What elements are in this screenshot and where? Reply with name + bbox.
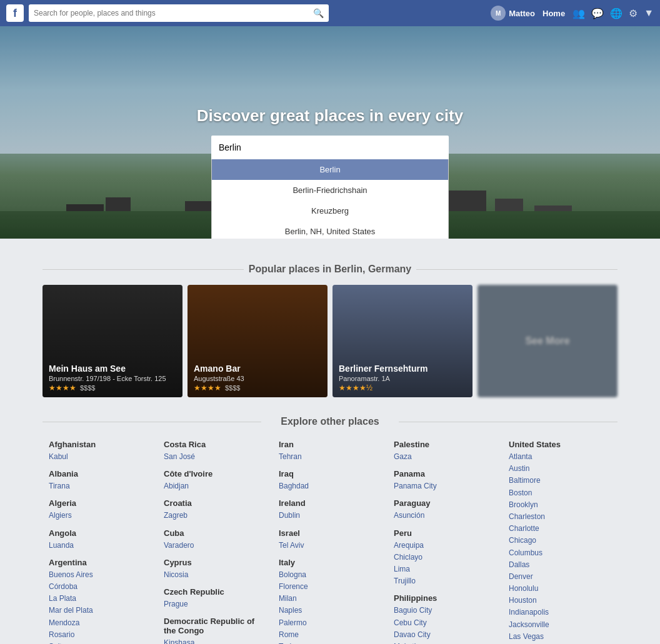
city-milan[interactable]: Milan [279, 593, 381, 605]
city-baghdad[interactable]: Baghdad [279, 480, 381, 492]
city-luanda[interactable]: Luanda [49, 540, 151, 552]
city-asuncion[interactable]: Asunción [394, 510, 496, 522]
explore-title: Explore other places [42, 416, 618, 427]
city-chicago[interactable]: Chicago [509, 535, 611, 547]
city-prague[interactable]: Prague [164, 598, 266, 610]
dropdown-item-kreuzberg[interactable]: Kreuzberg [212, 201, 448, 221]
city-search-input[interactable] [211, 136, 449, 159]
country-czech-republic: Czech Republic [164, 587, 266, 597]
avatar: M [491, 6, 506, 21]
city-mar-del-plata[interactable]: Mar del Plata [49, 605, 151, 617]
city-varadero[interactable]: Varadero [164, 540, 266, 552]
dropdown-item-berlin-nh[interactable]: Berlin, NH, United States [212, 221, 448, 239]
city-baltimore[interactable]: Baltimore [509, 475, 611, 487]
settings-icon[interactable]: ⚙ [629, 7, 638, 19]
navbar-user[interactable]: M Matteo [491, 6, 535, 21]
city-denver[interactable]: Denver [509, 571, 611, 583]
explore-grid: Afghanistan Kabul Albania Tirana Algeria… [42, 440, 618, 644]
city-lima[interactable]: Lima [394, 563, 496, 575]
city-honolulu[interactable]: Honolulu [509, 583, 611, 595]
city-makati[interactable]: Makati [394, 641, 496, 644]
city-arequipa[interactable]: Arequipa [394, 540, 496, 552]
city-tehran[interactable]: Tehran [279, 451, 381, 463]
places-grid: Mein Haus am See Brunnenstr. 197/198 - E… [42, 285, 618, 397]
country-cyprus: Cyprus [164, 558, 266, 567]
city-las-vegas[interactable]: Las Vegas [509, 631, 611, 643]
city-turin[interactable]: Turin [279, 641, 381, 644]
city-chiclayo[interactable]: Chiclayo [394, 552, 496, 563]
country-peru: Peru [394, 528, 496, 538]
home-link[interactable]: Home [542, 9, 565, 18]
city-dallas[interactable]: Dallas [509, 559, 611, 571]
facebook-logo: f [6, 4, 24, 22]
card-info-1: Mein Haus am See Brunnenstr. 197/198 - E… [42, 359, 182, 397]
city-bologna[interactable]: Bologna [279, 569, 381, 581]
messages-icon[interactable]: 💬 [591, 7, 604, 19]
explore-col-1: Afghanistan Kabul Albania Tirana Algeria… [42, 440, 158, 644]
explore-col-3: Iran Tehran Iraq Baghdad Ireland Dublin … [272, 440, 388, 644]
explore-col-2: Costa Rica San José Côte d'Ivoire Abidja… [158, 440, 272, 644]
price-2: $$$$ [225, 384, 240, 392]
city-davao-city[interactable]: Davao City [394, 629, 496, 641]
city-trujillo[interactable]: Trujillo [394, 575, 496, 587]
city-rosario[interactable]: Rosario [49, 629, 151, 641]
city-charlotte[interactable]: Charlotte [509, 523, 611, 535]
city-gaza[interactable]: Gaza [394, 451, 496, 463]
city-columbus[interactable]: Columbus [509, 547, 611, 559]
stars-3: ★★★★½ [339, 384, 372, 392]
country-cote-divoire: Côte d'Ivoire [164, 469, 266, 478]
city-boston[interactable]: Boston [509, 487, 611, 499]
city-mendoza[interactable]: Mendoza [49, 617, 151, 629]
city-cebu-city[interactable]: Cebu City [394, 617, 496, 629]
country-panama: Panama [394, 469, 496, 478]
city-charleston[interactable]: Charleston [509, 511, 611, 523]
city-rome[interactable]: Rome [279, 629, 381, 641]
city-dropdown: Berlin Berlin-Friedrichshain Kreuzberg B… [211, 159, 449, 239]
city-florence[interactable]: Florence [279, 581, 381, 593]
city-zagreb[interactable]: Zagreb [164, 510, 266, 522]
card-meta-2: ★★★★ $$$$ [194, 384, 321, 392]
navbar-icons: 👥 💬 🌐 ⚙ ▼ [572, 7, 654, 19]
city-palermo[interactable]: Palermo [279, 617, 381, 629]
search-input[interactable] [34, 9, 313, 17]
city-san-jose[interactable]: San José [164, 451, 266, 463]
city-cordoba[interactable]: Córdoba [49, 581, 151, 593]
price-1: $$$$ [80, 384, 95, 392]
city-indianapolis[interactable]: Indianapolis [509, 607, 611, 618]
city-jacksonville[interactable]: Jacksonville [509, 619, 611, 631]
country-united-states: United States [509, 440, 611, 449]
city-panama-city[interactable]: Panama City [394, 480, 496, 492]
city-naples[interactable]: Naples [279, 605, 381, 617]
search-bar[interactable]: 🔍 [29, 4, 329, 22]
place-card-see-more[interactable]: See More [478, 285, 618, 397]
chevron-down-icon[interactable]: ▼ [644, 7, 654, 19]
city-dublin[interactable]: Dublin [279, 510, 381, 522]
hero-section: Discover great places in every city Berl… [0, 26, 660, 239]
city-la-plata[interactable]: La Plata [49, 593, 151, 605]
city-austin[interactable]: Austin [509, 463, 611, 475]
city-tirana[interactable]: Tirana [49, 480, 151, 492]
place-card-1[interactable]: Mein Haus am See Brunnenstr. 197/198 - E… [42, 285, 182, 397]
dropdown-item-berlin[interactable]: Berlin [212, 159, 448, 180]
city-brooklyn[interactable]: Brooklyn [509, 499, 611, 511]
place-card-3[interactable]: Berliner Fernsehturm Panoramastr. 1A ★★★… [332, 285, 472, 397]
city-baguio-city[interactable]: Baguio City [394, 605, 496, 617]
city-kabul[interactable]: Kabul [49, 451, 151, 463]
city-nicosia[interactable]: Nicosia [164, 569, 266, 581]
city-tel-aviv[interactable]: Tel Aviv [279, 540, 381, 552]
city-houston[interactable]: Houston [509, 595, 611, 607]
dropdown-item-berlin-friedrichshain[interactable]: Berlin-Friedrichshain [212, 180, 448, 201]
city-kinshasa[interactable]: Kinshasa [164, 637, 266, 644]
city-abidjan[interactable]: Abidjan [164, 480, 266, 492]
city-algiers[interactable]: Algiers [49, 510, 151, 522]
navbar-right: M Matteo Home 👥 💬 🌐 ⚙ ▼ [491, 6, 654, 21]
city-atlanta[interactable]: Atlanta [509, 451, 611, 463]
place-card-2[interactable]: Amano Bar Auguststraße 43 ★★★★ $$$$ [188, 285, 328, 397]
globe-icon[interactable]: 🌐 [610, 7, 622, 19]
country-philippines: Philippines [394, 593, 496, 603]
city-buenos-aires[interactable]: Buenos Aires [49, 569, 151, 581]
country-afghanistan: Afghanistan [49, 440, 151, 449]
friends-icon[interactable]: 👥 [572, 7, 585, 19]
country-algeria: Algeria [49, 498, 151, 508]
city-salta[interactable]: Salta [49, 641, 151, 644]
